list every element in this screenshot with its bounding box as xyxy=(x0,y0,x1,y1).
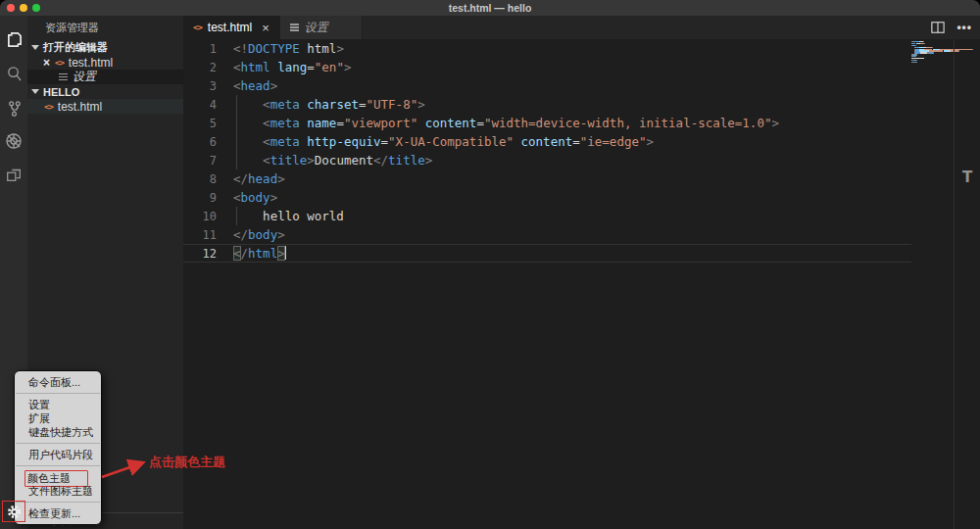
extensions-icon[interactable] xyxy=(0,160,27,189)
more-actions-icon[interactable]: ••• xyxy=(956,21,972,34)
menu-item-generic[interactable]: 用户代码片段 xyxy=(15,448,101,461)
split-editor-icon[interactable] xyxy=(931,21,945,34)
tab-close-icon[interactable]: × xyxy=(262,21,270,35)
menu-separator xyxy=(16,502,100,503)
open-editor-item-testhtml[interactable]: × <> test.html xyxy=(27,55,183,70)
token: meta xyxy=(270,134,300,149)
token: charset xyxy=(307,97,359,112)
code-line[interactable]: 8</head> xyxy=(183,169,911,188)
menu-item-label: 扩展 xyxy=(28,412,50,424)
token xyxy=(233,153,263,168)
file-label: test.html xyxy=(58,100,102,114)
open-editors-label: 打开的编辑器 xyxy=(43,40,108,55)
menu-separator xyxy=(16,443,100,444)
token: title xyxy=(388,153,425,168)
settings-file-icon xyxy=(59,72,68,82)
window-title: test.html — hello xyxy=(449,2,532,14)
debug-icon[interactable] xyxy=(0,126,27,156)
source-control-icon[interactable] xyxy=(0,93,27,122)
token: "en" xyxy=(315,60,344,74)
gear-context-menu: 命令面板...设置扩展键盘快捷方式用户代码片段颜色主题文件图标主题检查更新... xyxy=(14,370,102,525)
code-line[interactable]: 11</body> xyxy=(183,225,911,244)
folder-header-hello[interactable]: HELLO xyxy=(27,84,183,99)
tab-bar: <> test.html × 设置 ••• xyxy=(183,16,980,39)
token: <! xyxy=(233,41,248,56)
chevron-down-icon xyxy=(31,45,39,50)
token: body xyxy=(241,190,270,205)
explorer-icon[interactable] xyxy=(0,24,27,54)
editor-actions: ••• xyxy=(931,16,972,39)
line-number: 1 xyxy=(183,42,233,56)
token: < xyxy=(233,190,241,205)
code-line[interactable]: 4 <meta charset="UTF-8"> xyxy=(183,95,911,114)
menu-item-color-theme[interactable]: 颜色主题 xyxy=(15,470,101,484)
tab-label: test.html xyxy=(208,21,252,34)
open-editors-header[interactable]: 打开的编辑器 xyxy=(27,40,183,55)
menu-item-generic[interactable]: 命令面板... xyxy=(15,375,101,389)
token: = xyxy=(572,134,580,149)
minimap-divider xyxy=(954,39,955,529)
menu-item-label: 键盘快捷方式 xyxy=(28,426,93,438)
token: meta xyxy=(270,97,300,112)
open-editor-item-settings[interactable]: 设置 xyxy=(27,70,183,84)
line-number: 5 xyxy=(183,117,233,130)
search-icon[interactable] xyxy=(0,59,27,88)
right-edge-text: T xyxy=(962,168,972,186)
menu-item-generic[interactable]: 检查更新... xyxy=(15,506,101,520)
token: < xyxy=(233,78,241,93)
menu-item-generic[interactable]: 文件图标主题 xyxy=(15,484,101,498)
token: DOCTYPE xyxy=(248,41,300,56)
token: lang xyxy=(277,60,307,74)
token: > xyxy=(277,246,285,261)
token: "UTF-8" xyxy=(367,97,418,112)
vscode-window: test.html — hello xyxy=(0,0,980,529)
annotation-text: 点击颜色主题 xyxy=(149,454,225,471)
code-line[interactable]: 1<!DOCTYPE html> xyxy=(183,39,911,58)
file-item-testhtml[interactable]: <> test.html xyxy=(27,99,183,114)
token: = xyxy=(381,134,389,149)
menu-item-label: 检查更新... xyxy=(28,507,80,519)
menu-separator xyxy=(16,465,100,466)
token: html xyxy=(248,246,277,261)
token: < xyxy=(233,60,241,74)
token xyxy=(417,116,425,130)
line-number: 9 xyxy=(183,191,233,205)
html-file-icon: <> xyxy=(55,58,64,68)
menu-item-generic[interactable]: 设置 xyxy=(15,398,101,411)
html-file-icon: <> xyxy=(193,23,202,32)
code-line[interactable]: 5 <meta name="viewport" content="width=d… xyxy=(183,114,911,132)
menu-item-label: 设置 xyxy=(28,399,50,410)
code-line[interactable]: 10 hello world xyxy=(183,207,911,225)
token: </ xyxy=(233,171,248,186)
code-line[interactable]: 6 <meta http-equiv="X-UA-Compatible" con… xyxy=(183,132,911,151)
tab-settings[interactable]: 设置 xyxy=(280,16,363,39)
token xyxy=(233,116,263,130)
close-window-button[interactable] xyxy=(7,4,15,12)
minimap[interactable] xyxy=(911,41,976,64)
code-line[interactable]: 12</html> xyxy=(183,244,911,263)
token: > xyxy=(270,78,278,93)
token: = xyxy=(476,116,484,130)
gear-icon[interactable] xyxy=(4,503,24,520)
line-number: 3 xyxy=(183,79,233,93)
code-line[interactable]: 2<html lang="en"> xyxy=(183,58,911,76)
token: body xyxy=(248,227,277,242)
indent-guide xyxy=(236,132,237,151)
code-line[interactable]: 9<body> xyxy=(183,188,911,207)
token: "width=device-width, initial-scale=1.0" xyxy=(484,116,772,130)
token: title xyxy=(270,153,308,168)
title-bar: test.html — hello xyxy=(0,0,980,16)
zoom-window-button[interactable] xyxy=(32,4,40,12)
code-line[interactable]: 3<head> xyxy=(183,76,911,95)
code-area[interactable]: 1<!DOCTYPE html>2<html lang="en">3<head>… xyxy=(183,39,911,263)
token: "ie=edge" xyxy=(580,134,647,149)
menu-item-generic[interactable]: 键盘快捷方式 xyxy=(15,425,101,439)
token: html xyxy=(300,41,337,56)
menu-item-generic[interactable]: 扩展 xyxy=(15,411,101,425)
minimize-window-button[interactable] xyxy=(20,4,27,12)
token: > xyxy=(307,153,315,168)
close-icon[interactable]: × xyxy=(43,58,50,68)
code-line[interactable]: 7 <title>Document</title> xyxy=(183,151,911,169)
tab-testhtml[interactable]: <> test.html × xyxy=(183,16,280,39)
token: / xyxy=(241,246,249,261)
